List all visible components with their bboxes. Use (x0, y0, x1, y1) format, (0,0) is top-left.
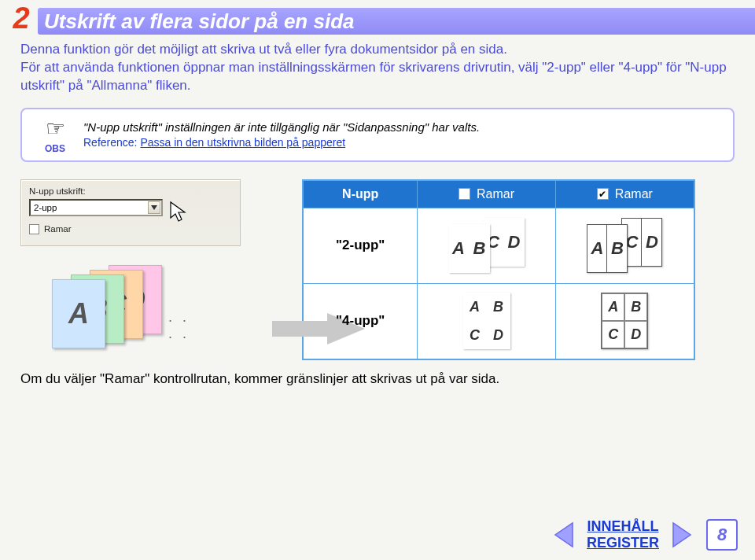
obs-label: OBS (33, 143, 77, 154)
cursor-icon (169, 201, 188, 223)
section-header: 2 Utskrift av flera sidor på en sida (0, 0, 755, 36)
cell-4up-border: A B C D (556, 284, 694, 359)
nup-select-value: 2-upp (34, 203, 57, 212)
contents-link[interactable]: INNEHÅLL (587, 518, 659, 536)
dialog-field-label: N-upp utskrift: (29, 186, 232, 196)
intro-text: Denna funktion gör det möjligt att skriv… (0, 36, 755, 95)
th-ramar-label-2: Ramar (615, 187, 653, 201)
note-text: "N-upp utskrift" inställningen är inte t… (77, 120, 722, 150)
section-number: 2 (0, 2, 38, 35)
prev-page-button[interactable] (552, 521, 574, 548)
chevron-down-icon (151, 205, 157, 210)
intro-line-2: För att använda funktionen öppnar man in… (20, 60, 727, 93)
ramar-checkbox-row[interactable]: Ramar (29, 224, 232, 234)
th-ramar-checked: Ramar (556, 181, 694, 208)
next-page-button[interactable] (672, 521, 694, 548)
checkbox-checked-icon (597, 188, 609, 200)
th-ramar-label-1: Ramar (477, 187, 514, 201)
main-row: N-upp utskrift: 2-upp Ramar D C B A . . … (0, 179, 755, 360)
page-footer: INNEHÅLL REGISTER 8 (552, 518, 738, 552)
document-cascade: D C B A . . . . (52, 265, 193, 352)
doc-a: A (52, 279, 105, 348)
note-icon-col: ☞ OBS (33, 116, 77, 154)
svg-marker-0 (151, 205, 157, 210)
ramar-checkbox-label: Ramar (44, 224, 72, 234)
register-link[interactable]: REGISTER (587, 535, 659, 552)
title-band: Utskrift av flera sidor på en sida (38, 8, 755, 35)
reference-prefix: Reference: (83, 136, 140, 149)
page-title: Utskrift av flera sidor på en sida (44, 9, 354, 34)
ramar-checkbox[interactable] (29, 224, 39, 234)
nup-table: N-upp Ramar Ramar "2-upp" C D A (302, 179, 695, 360)
row-label-4up: "4-upp" (304, 284, 418, 359)
row-label-2up: "2-upp" (304, 208, 418, 283)
cell-4up-noborder: A B C D (418, 284, 555, 359)
intro-line-1: Denna funktion gör det möjligt att skriv… (20, 42, 507, 57)
table-row: "2-upp" C D A B C D (304, 208, 694, 283)
driver-dialog-mock: N-upp utskrift: 2-upp Ramar (20, 179, 241, 246)
nup-select[interactable]: 2-upp (29, 199, 163, 216)
checkbox-unchecked-icon (459, 188, 470, 200)
cell-2up-border: C D A B (556, 208, 694, 283)
ellipsis-icon: . . . . (168, 309, 193, 342)
bottom-caption: Om du väljer "Ramar" kontrollrutan, komm… (0, 360, 755, 387)
svg-marker-4 (673, 523, 691, 547)
cell-2up-noborder: C D A B (418, 208, 555, 283)
left-column: N-upp utskrift: 2-upp Ramar D C B A . . … (20, 179, 288, 360)
page-number: 8 (706, 519, 738, 551)
svg-marker-3 (555, 523, 573, 547)
th-nupp: N-upp (304, 181, 418, 208)
svg-marker-1 (171, 202, 185, 221)
th-ramar-unchecked: Ramar (418, 181, 555, 208)
note-body: "N-upp utskrift" inställningen är inte t… (83, 120, 480, 134)
table-row: "4-upp" A B C D A B C D (304, 283, 694, 359)
table-header-row: N-upp Ramar Ramar (304, 181, 694, 208)
note-box: ☞ OBS "N-upp utskrift" inställningen är … (20, 108, 735, 162)
nav-links: INNEHÅLL REGISTER (587, 518, 659, 552)
dropdown-button[interactable] (148, 201, 160, 214)
reference-link[interactable]: Passa in den utskrivna bilden på pappere… (140, 136, 345, 149)
pointing-hand-icon: ☞ (33, 116, 77, 142)
